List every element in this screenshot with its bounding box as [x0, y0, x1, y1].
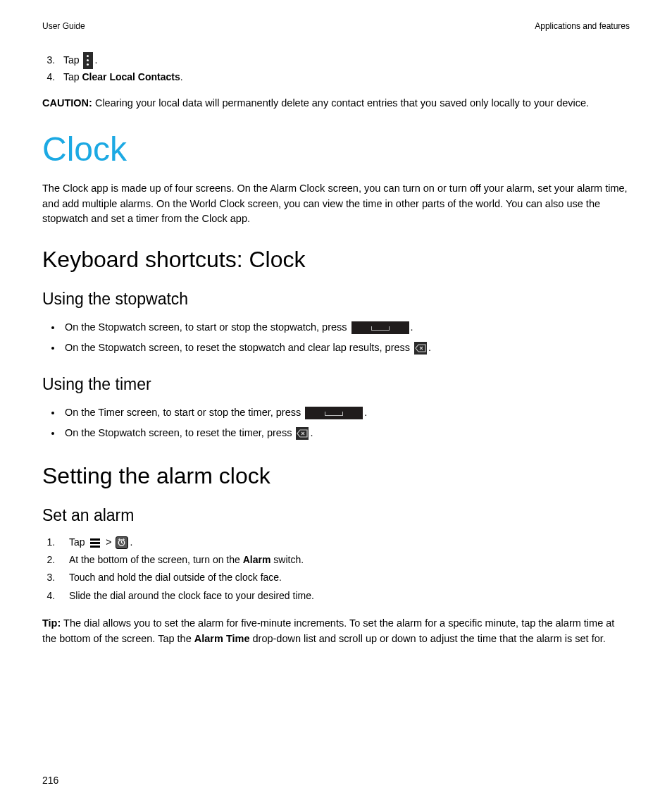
space-key-icon: [351, 321, 409, 334]
more-options-icon: [83, 52, 93, 69]
backspace-key-icon: [414, 342, 427, 355]
step-3: Tap .: [58, 52, 630, 69]
alarm-s1-suffix: .: [130, 536, 132, 548]
step-4-bold: Clear Local Contacts: [82, 71, 180, 82]
step-4-period: .: [180, 71, 183, 82]
heading-using-stopwatch: Using the stopwatch: [42, 290, 630, 309]
alarm-step-1: Tap > .: [58, 534, 630, 551]
page-number: 216: [42, 775, 58, 786]
alarm-clock-icon: [116, 536, 128, 549]
heading-setting-alarm-clock: Setting the alarm clock: [42, 463, 630, 489]
stopwatch-b2-suffix: .: [428, 342, 431, 353]
header-right: Applications and features: [535, 21, 630, 31]
timer-b1-prefix: On the Timer screen, to start or stop th…: [65, 407, 304, 418]
stopwatch-bullet-2: On the Stopwatch screen, to reset the st…: [62, 338, 630, 358]
caution-label: CAUTION:: [42, 97, 92, 109]
alarm-step-3: Touch and hold the dial outside of the c…: [58, 569, 630, 586]
alarm-s1-prefix: Tap: [69, 536, 87, 548]
alarm-s2-prefix: At the bottom of the screen, turn on the: [69, 554, 243, 565]
timer-b2-suffix: .: [310, 427, 313, 438]
page-header: User Guide Applications and features: [42, 21, 630, 31]
space-key-icon: [305, 407, 363, 419]
step-3-period: .: [94, 54, 97, 66]
heading-set-an-alarm: Set an alarm: [42, 506, 630, 525]
stopwatch-b1-suffix: .: [411, 321, 413, 333]
backspace-key-icon: [296, 427, 309, 440]
step-3-text: Tap: [63, 54, 82, 66]
continued-steps-list: Tap . Tap Clear Local Contacts.: [42, 52, 630, 86]
timer-b1-suffix: .: [364, 407, 367, 418]
alarm-s2-bold: Alarm: [243, 554, 271, 565]
caution-text: Clearing your local data will permanentl…: [92, 97, 589, 109]
timer-bullet-2: On the Stopwatch screen, to reset the ti…: [62, 423, 630, 443]
clock-intro: The Clock app is made up of four screens…: [42, 181, 630, 227]
timer-bullet-1: On the Timer screen, to start or stop th…: [62, 402, 630, 423]
step-4: Tap Clear Local Contacts.: [58, 69, 630, 86]
alarm-step-2: At the bottom of the screen, turn on the…: [58, 551, 630, 569]
set-alarm-steps: Tap > . At the bottom of the screen, tur…: [42, 534, 630, 605]
stopwatch-bullets: On the Stopwatch screen, to start or sto…: [42, 317, 630, 358]
section-title-clock: Clock: [42, 130, 630, 168]
step-4-prefix: Tap: [63, 71, 82, 82]
tip-bold: Alarm Time: [194, 633, 250, 644]
alarm-step-4: Slide the dial around the clock face to …: [58, 587, 630, 605]
header-left: User Guide: [42, 21, 85, 31]
tip-label: Tip:: [42, 617, 61, 629]
heading-keyboard-shortcuts: Keyboard shortcuts: Clock: [42, 247, 630, 273]
heading-using-timer: Using the timer: [42, 375, 630, 394]
alarm-s1-gt: >: [103, 536, 114, 548]
tip-paragraph: Tip: The dial allows you to set the alar…: [42, 616, 630, 647]
timer-b2-prefix: On the Stopwatch screen, to reset the ti…: [65, 427, 294, 438]
menu-icon: [89, 536, 101, 549]
timer-bullets: On the Timer screen, to start or stop th…: [42, 402, 630, 443]
tip-part2: drop-down list and scroll up or down to …: [249, 633, 605, 644]
caution-paragraph: CAUTION: Clearing your local data will p…: [42, 96, 630, 111]
alarm-s2-suffix: switch.: [270, 554, 304, 565]
stopwatch-b2-prefix: On the Stopwatch screen, to reset the st…: [65, 342, 413, 353]
stopwatch-bullet-1: On the Stopwatch screen, to start or sto…: [62, 317, 630, 338]
stopwatch-b1-prefix: On the Stopwatch screen, to start or sto…: [65, 321, 350, 333]
